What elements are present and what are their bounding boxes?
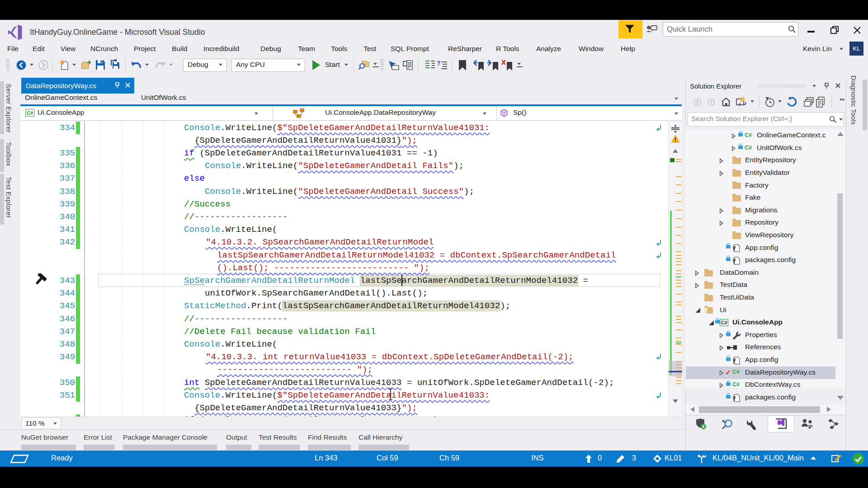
svg-text:?: ? bbox=[437, 60, 441, 67]
